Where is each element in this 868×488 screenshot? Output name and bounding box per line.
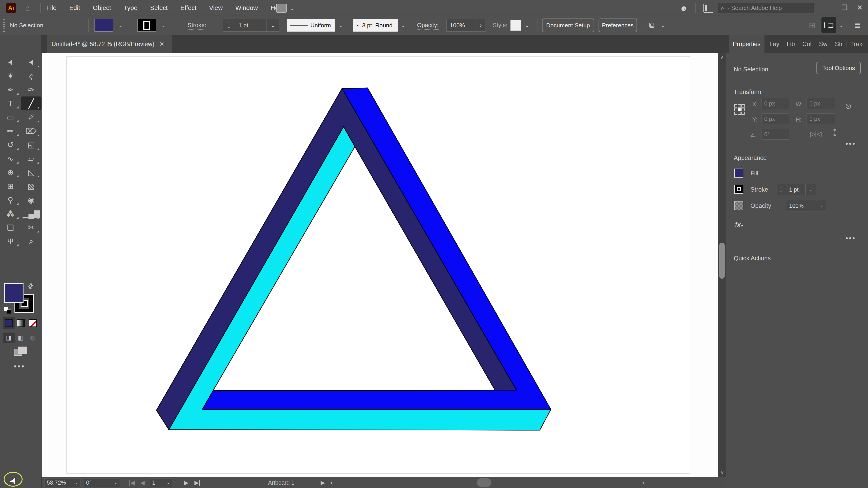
edit-toolbar-more-icon[interactable]: ●●● xyxy=(13,363,25,369)
stroke-chevron-icon[interactable]: ⌄ xyxy=(157,19,170,32)
hscroll-right-icon[interactable]: › xyxy=(640,478,647,487)
opacity-panel-arrow-icon[interactable]: › xyxy=(816,200,827,212)
tool-zoom[interactable]: ⌕ xyxy=(21,234,41,248)
flip-horizontal-icon[interactable]: ▷|◁ xyxy=(810,130,822,138)
tool-artboard[interactable]: ❏ xyxy=(0,221,21,234)
tool-rotate[interactable]: ↺ xyxy=(0,138,21,152)
draw-normal-icon[interactable]: ◨ xyxy=(3,332,15,343)
menu-type[interactable]: Type xyxy=(124,4,137,11)
first-artboard-icon[interactable]: |◀ xyxy=(127,478,137,487)
menu-window[interactable]: Window xyxy=(235,4,258,11)
tool-pen[interactable]: ✒ xyxy=(0,83,21,96)
tool-scale[interactable]: ◱ xyxy=(21,138,41,152)
width-profile-chevron-icon[interactable]: ⌄ xyxy=(335,19,346,32)
panel-opacity-value[interactable]: 100% xyxy=(786,200,816,212)
draw-behind-icon[interactable]: ◧ xyxy=(15,332,27,343)
appearance-opacity-label[interactable]: Opacity xyxy=(750,202,771,210)
transform-more-icon[interactable]: ●●● xyxy=(845,141,856,146)
h-field[interactable]: 0 px xyxy=(807,113,835,124)
stroke-weight-value[interactable]: 1 pt xyxy=(235,19,267,32)
tool-options-button[interactable]: Tool Options xyxy=(816,62,861,74)
panel-stroke-value[interactable]: 1 pt xyxy=(786,184,806,195)
tool-gradient[interactable]: ▧ xyxy=(21,179,41,193)
close-button[interactable]: ✕ xyxy=(852,0,868,15)
flip-vertical-icon[interactable]: ▼▲ xyxy=(832,128,837,136)
tool-symbol-sprayer[interactable]: ⁂ xyxy=(0,207,21,221)
panel-stroke-stepper[interactable]: ⌃⌄ xyxy=(776,184,786,195)
menu-view[interactable]: View xyxy=(209,4,223,11)
style-swatch[interactable] xyxy=(510,20,521,31)
vertical-scroll-thumb[interactable] xyxy=(719,242,725,279)
unlink-dimensions-icon[interactable]: ⦸ xyxy=(844,100,852,111)
tab-sw[interactable]: Sw xyxy=(815,41,831,48)
expand-panels-icon[interactable]: » xyxy=(860,41,863,48)
tab-col[interactable]: Col xyxy=(799,41,815,48)
appearance-fill-label[interactable]: Fill xyxy=(750,170,758,177)
chevron-down-icon[interactable]: ⌄ xyxy=(658,20,667,31)
document-tab[interactable]: Untitled-4* @ 58.72 % (RGB/Preview) ✕ xyxy=(47,35,172,53)
swap-fill-stroke-icon[interactable]: ⇄ xyxy=(26,281,35,291)
tool-mesh[interactable]: ⊞ xyxy=(0,179,21,193)
restore-button[interactable]: ❐ xyxy=(836,0,852,15)
menu-edit[interactable]: Edit xyxy=(69,4,80,11)
tool-paintbrush[interactable]: ✐ xyxy=(21,110,41,124)
tool-eraser[interactable]: ⌦ xyxy=(21,124,41,138)
appearance-stroke-swatch[interactable] xyxy=(734,185,743,194)
color-button[interactable] xyxy=(3,317,15,329)
vertical-scrollbar[interactable]: ∧ ∨ xyxy=(718,53,726,477)
tab-lib[interactable]: Lib xyxy=(783,41,799,48)
tool-perspective-grid[interactable]: ◺ xyxy=(21,165,41,179)
appearance-stroke-label[interactable]: Stroke xyxy=(750,186,768,194)
appearance-more-icon[interactable]: ●●● xyxy=(845,235,856,240)
menu-select[interactable]: Select xyxy=(150,4,168,11)
tool-column-graph[interactable]: ▁▄▇ xyxy=(21,207,41,221)
none-button[interactable] xyxy=(27,317,39,329)
rotation-dropdown[interactable]: 0° ⌄ xyxy=(84,478,120,487)
document-grid-icon[interactable]: ⧉ xyxy=(646,20,658,31)
tool-width[interactable]: ∿ xyxy=(0,152,21,165)
variable-width-profile[interactable]: ——— Uniform xyxy=(287,19,335,32)
tool-selection[interactable]: ➤ xyxy=(0,55,21,69)
fill-indicator-swatch[interactable] xyxy=(4,283,24,303)
preferences-button[interactable]: Preferences xyxy=(598,19,637,32)
next-artboard-icon[interactable]: ▶ xyxy=(182,478,190,487)
panel-stroke-chevron-icon[interactable]: ⌄ xyxy=(806,184,816,195)
w-field[interactable]: 0 px xyxy=(807,98,835,109)
tool-pencil[interactable]: ✏ xyxy=(0,124,21,138)
hscroll-left-icon[interactable]: ‹ xyxy=(328,478,335,487)
tool-blend[interactable]: ◉ xyxy=(21,193,41,207)
status-play-icon[interactable]: ▶ xyxy=(319,478,327,487)
stroke-weight-stepper[interactable]: ⌃⌄ xyxy=(223,19,235,32)
tool-slice[interactable]: ✄ xyxy=(21,221,41,234)
opacity-panel-arrow-icon[interactable]: › xyxy=(476,19,486,32)
tab-close-icon[interactable]: ✕ xyxy=(159,41,164,48)
style-chevron-icon[interactable]: ⌄ xyxy=(522,19,532,32)
tab-str[interactable]: Str xyxy=(831,41,847,48)
opacity-label[interactable]: Opacity: xyxy=(417,22,438,30)
chevron-down-icon[interactable]: ⌄ xyxy=(837,20,846,31)
panel-list-icon[interactable]: ≣ xyxy=(852,20,864,31)
penrose-triangle-artwork[interactable] xyxy=(41,53,718,477)
stroke-weight-chevron-icon[interactable]: ⌄ xyxy=(267,19,279,32)
last-artboard-icon[interactable]: ▶| xyxy=(192,478,203,487)
horizontal-scroll-thumb[interactable] xyxy=(477,478,491,487)
tool-magic-wand[interactable]: ✶ xyxy=(0,69,21,83)
arrange-documents-icon[interactable] xyxy=(704,4,713,13)
x-field[interactable]: 0 px xyxy=(761,98,790,109)
search-input[interactable] xyxy=(731,4,806,11)
tool-type[interactable]: T xyxy=(0,96,21,110)
menu-effect[interactable]: Effect xyxy=(180,4,196,11)
screen-mode-icon[interactable] xyxy=(14,347,28,357)
menu-file[interactable]: File xyxy=(46,4,57,11)
arrange-grid-icon[interactable]: ⊞ xyxy=(806,20,818,31)
document-setup-button[interactable]: Document Setup xyxy=(542,19,594,32)
tool-hand[interactable]: Ψ xyxy=(0,234,21,248)
tool-direct-selection[interactable]: ➤ xyxy=(21,55,41,69)
gradient-button[interactable] xyxy=(15,317,27,329)
minimize-button[interactable]: – xyxy=(819,0,835,15)
tool-line-segment[interactable]: ╱ xyxy=(21,96,41,110)
drag-handle[interactable] xyxy=(3,20,5,32)
opacity-value[interactable]: 100% xyxy=(446,19,476,32)
brush-definition[interactable]: • 3 pt. Round xyxy=(352,19,398,32)
chevron-down-icon[interactable]: ⌄ xyxy=(288,4,296,12)
